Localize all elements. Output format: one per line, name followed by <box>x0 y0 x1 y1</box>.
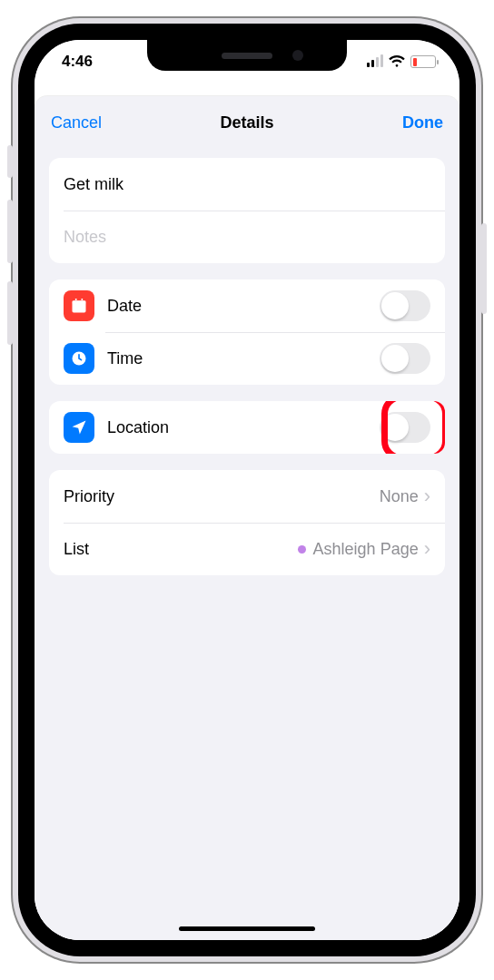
time-toggle[interactable] <box>380 343 430 374</box>
wifi-icon <box>389 55 405 68</box>
list-label: List <box>64 540 298 559</box>
volume-down-button <box>7 281 13 345</box>
phone-frame: 4:46 Cancel Details Done <box>13 18 481 962</box>
silent-switch <box>7 145 13 178</box>
svg-point-3 <box>81 299 83 300</box>
speaker-grille <box>222 53 272 59</box>
list-color-icon <box>298 545 306 554</box>
date-toggle[interactable] <box>380 290 430 321</box>
location-toggle[interactable] <box>380 412 430 443</box>
clock-icon <box>64 343 94 374</box>
time-label: Time <box>107 349 380 368</box>
status-time: 4:46 <box>62 53 93 71</box>
calendar-icon <box>64 290 94 321</box>
notch <box>147 40 347 71</box>
notes-field[interactable]: Notes <box>64 228 430 247</box>
notes-row: Notes <box>49 211 445 263</box>
priority-list-card: Priority None › List Ashleigh Page › <box>49 470 445 575</box>
title-field[interactable]: Get milk <box>64 175 430 194</box>
power-button <box>481 223 487 314</box>
priority-row[interactable]: Priority None › <box>49 470 445 523</box>
location-card: Location <box>49 401 445 454</box>
chevron-right-icon: › <box>424 537 430 561</box>
list-value: Ashleigh Page <box>298 540 419 559</box>
home-indicator[interactable] <box>179 926 315 931</box>
title-notes-card: Get milk Notes <box>49 158 445 263</box>
date-label: Date <box>107 297 380 316</box>
chevron-right-icon: › <box>424 485 430 508</box>
done-button[interactable]: Done <box>274 113 443 132</box>
details-sheet: Cancel Details Done Get milk Notes <box>35 96 459 940</box>
front-camera <box>292 50 303 61</box>
cancel-button[interactable]: Cancel <box>51 113 220 132</box>
location-row[interactable]: Location <box>49 401 445 454</box>
date-row[interactable]: Date <box>49 279 445 332</box>
cellular-icon <box>367 56 383 67</box>
list-row[interactable]: List Ashleigh Page › <box>49 523 445 575</box>
time-row[interactable]: Time <box>49 332 445 385</box>
title-row: Get milk <box>49 158 445 211</box>
priority-value: None <box>380 487 419 506</box>
location-icon <box>64 412 94 443</box>
page-title: Details <box>220 113 273 132</box>
volume-up-button <box>7 200 13 263</box>
priority-label: Priority <box>64 487 380 506</box>
location-label: Location <box>107 418 380 437</box>
nav-bar: Cancel Details Done <box>35 96 459 149</box>
svg-rect-1 <box>73 300 86 303</box>
svg-point-2 <box>75 299 77 300</box>
battery-icon <box>410 55 436 68</box>
date-time-card: Date Time <box>49 279 445 385</box>
